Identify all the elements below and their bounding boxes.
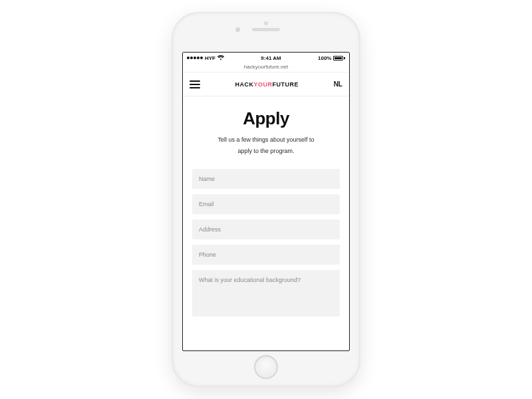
status-bar: HYF 9:41 AM 100% (183, 53, 349, 63)
proximity-sensor (264, 21, 268, 25)
brand-logo: HACKYOURFUTURE (235, 81, 299, 88)
clock: 9:41 AM (261, 55, 281, 61)
home-button[interactable] (254, 355, 278, 379)
url-text: hackyourfuture.net (244, 64, 288, 70)
address-input[interactable] (192, 219, 340, 239)
brand-part1: HACK (235, 81, 254, 88)
browser-url-bar[interactable]: hackyourfuture.net (183, 63, 349, 72)
page-subtitle: Tell us a few things about yourself to a… (192, 134, 340, 157)
language-toggle[interactable]: NL (334, 80, 342, 88)
battery-icon (333, 56, 345, 61)
page-title: Apply (192, 108, 340, 129)
name-input[interactable] (192, 169, 340, 189)
education-textarea[interactable] (192, 270, 340, 317)
battery-percent: 100% (318, 55, 331, 61)
screen: HYF 9:41 AM 100% hackyourfuture.net (182, 52, 350, 351)
wifi-icon (217, 55, 224, 61)
email-input[interactable] (192, 194, 340, 214)
speaker-slot (252, 28, 280, 31)
status-left: HYF (187, 55, 224, 61)
app-header: HACKYOURFUTURE NL (183, 72, 349, 96)
carrier-label: HYF (205, 55, 215, 61)
subtitle-line2: apply to the program. (237, 148, 294, 154)
sensor-row (173, 28, 359, 31)
front-camera (235, 27, 240, 32)
subtitle-line1: Tell us a few things about yourself to (217, 136, 314, 143)
phone-input[interactable] (192, 245, 340, 265)
apply-form (192, 169, 340, 317)
signal-icon (187, 57, 203, 59)
hamburger-icon[interactable] (190, 80, 200, 88)
brand-part2: FUTURE (273, 81, 299, 88)
page-content: Apply Tell us a few things about yoursel… (183, 96, 349, 350)
status-right: 100% (318, 55, 345, 61)
brand-accent: YOUR (254, 81, 273, 88)
phone-frame: HYF 9:41 AM 100% hackyourfuture.net (173, 13, 359, 386)
